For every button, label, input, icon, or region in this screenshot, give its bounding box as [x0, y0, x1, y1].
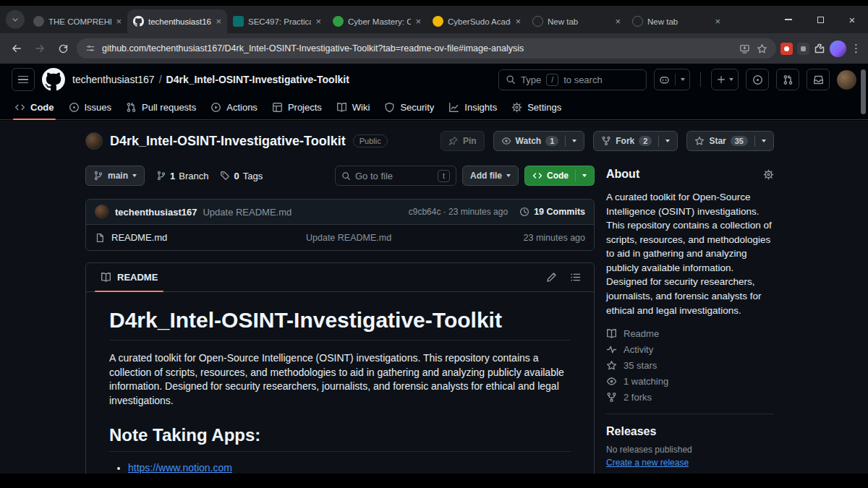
- page-favicon: [333, 16, 344, 27]
- go-to-file-input[interactable]: [355, 171, 433, 181]
- tab-close-icon[interactable]: ×: [315, 17, 321, 26]
- create-new-button[interactable]: [711, 69, 739, 90]
- chevron-down-icon[interactable]: [572, 140, 576, 142]
- github-search-input[interactable]: Type / to search: [498, 69, 647, 90]
- file-row[interactable]: README.md Update README.md 23 minutes ag…: [86, 225, 594, 250]
- repo-title[interactable]: D4rk_Intel-OSINT-Investigative-Toolkit: [110, 134, 346, 149]
- branches-link[interactable]: 1 Branch: [156, 171, 208, 181]
- github-header: techenthusiast167 / D4rk_Intel-OSINT-Inv…: [0, 64, 868, 95]
- readme-intro: A curated toolkit for Open-Source Intell…: [109, 351, 571, 408]
- tab-actions[interactable]: Actions: [203, 95, 265, 119]
- outline-list-icon[interactable]: [570, 272, 581, 283]
- browser-menu-icon[interactable]: ⋮: [851, 42, 861, 55]
- notion-link[interactable]: https://www.notion.com: [128, 462, 232, 474]
- current-branch-label: main: [108, 171, 128, 181]
- browser-tab-5[interactable]: CyberSudo Academy ×: [427, 9, 527, 33]
- install-app-icon[interactable]: [739, 43, 750, 54]
- tab-insights[interactable]: Insights: [441, 95, 504, 119]
- tab-wiki[interactable]: Wiki: [329, 95, 378, 119]
- github-logo-icon[interactable]: [42, 68, 65, 91]
- back-button[interactable]: [7, 39, 26, 58]
- extension-icon-red[interactable]: [780, 43, 793, 55]
- go-to-file-box[interactable]: t: [335, 166, 456, 186]
- window-minimize-button[interactable]: [773, 6, 804, 33]
- fork-label: Fork: [616, 136, 634, 146]
- add-file-button[interactable]: Add file: [462, 166, 519, 186]
- inbox-button[interactable]: [807, 69, 830, 90]
- fork-button[interactable]: Fork 2: [593, 131, 678, 151]
- window-maximize-button[interactable]: [804, 6, 836, 33]
- user-avatar[interactable]: [837, 70, 856, 90]
- tab-close-icon[interactable]: ×: [515, 17, 521, 26]
- tab-close-icon[interactable]: ×: [615, 17, 621, 26]
- tab-issues[interactable]: Issues: [61, 95, 119, 119]
- tab-close-icon[interactable]: ×: [216, 17, 221, 26]
- tab-title: New tab: [647, 17, 710, 26]
- page-scrollbar[interactable]: [861, 69, 866, 114]
- chevron-down-icon[interactable]: [582, 174, 587, 177]
- tags-link[interactable]: 0 Tags: [220, 171, 263, 181]
- window-close-button[interactable]: ×: [836, 6, 868, 33]
- commit-sha-time[interactable]: c9cb64c · 23 minutes ago: [409, 207, 508, 217]
- bookmark-star-icon[interactable]: [757, 43, 767, 54]
- file-name-link[interactable]: README.md: [111, 232, 167, 243]
- file-commit-message[interactable]: Update README.md: [306, 233, 524, 243]
- tab-projects[interactable]: Projects: [265, 95, 329, 119]
- copilot-button[interactable]: [654, 69, 690, 90]
- commit-author[interactable]: techenthusiast167: [115, 207, 197, 218]
- url-text: github.com/techenthusiast167/D4rk_Intel-…: [102, 43, 733, 53]
- pull-requests-header-button[interactable]: [776, 69, 799, 90]
- tab-pull-requests[interactable]: Pull requests: [119, 95, 203, 119]
- forks-meta-link[interactable]: 2 forks: [606, 392, 774, 403]
- branch-word: Branch: [179, 171, 208, 181]
- readme-meta-link[interactable]: Readme: [606, 328, 774, 339]
- browser-tab-3[interactable]: SEC497: Practical Op ×: [227, 9, 327, 33]
- stars-meta-link[interactable]: 35 stars: [606, 360, 774, 371]
- watch-button[interactable]: Watch 1: [493, 131, 585, 151]
- activity-meta-link[interactable]: Activity: [606, 344, 774, 355]
- commit-message[interactable]: Update README.md: [203, 207, 292, 218]
- star-button[interactable]: Star 35: [686, 131, 774, 151]
- tab-close-icon[interactable]: ×: [415, 17, 421, 26]
- commit-history-link[interactable]: 19 Commits: [519, 207, 585, 217]
- extensions-puzzle-icon[interactable]: [814, 43, 825, 54]
- repo-owner-avatar[interactable]: [85, 132, 103, 150]
- tab-code[interactable]: Code: [7, 95, 61, 119]
- chevron-down-icon[interactable]: [762, 140, 766, 142]
- browser-tab-1[interactable]: THE COMPREHENSIV ×: [27, 9, 127, 33]
- hamburger-menu-button[interactable]: [12, 68, 35, 91]
- chevron-down-icon[interactable]: [665, 140, 670, 142]
- readme-tab[interactable]: README: [92, 263, 166, 291]
- browser-tab-2-active[interactable]: techenthusiast167/D ×: [127, 9, 227, 33]
- pencil-edit-icon[interactable]: [546, 272, 557, 283]
- tab-settings[interactable]: Settings: [504, 95, 569, 119]
- tab-search-button[interactable]: [6, 10, 25, 29]
- issues-header-button[interactable]: [746, 69, 769, 90]
- chevron-down-icon[interactable]: [681, 78, 685, 81]
- tab-close-icon[interactable]: ×: [116, 17, 122, 26]
- gear-icon[interactable]: [763, 169, 774, 180]
- breadcrumb-repo[interactable]: D4rk_Intel-OSINT-Investigative-Toolkit: [166, 74, 349, 85]
- arrow-right-icon: [34, 43, 46, 54]
- browser-tab-6[interactable]: New tab ×: [527, 9, 626, 33]
- slash-key-hint: /: [546, 74, 558, 86]
- create-release-link[interactable]: Create a new release: [606, 458, 689, 468]
- git-branch-icon: [156, 171, 166, 181]
- browser-tab-4[interactable]: Cyber Mastery: Com ×: [327, 9, 427, 33]
- site-settings-icon[interactable]: [85, 43, 95, 53]
- code-button[interactable]: Code: [524, 166, 595, 186]
- branch-selector-button[interactable]: main: [85, 166, 145, 186]
- breadcrumb-owner[interactable]: techenthusiast167: [72, 74, 155, 85]
- tab-security[interactable]: Security: [377, 95, 441, 119]
- forward-button[interactable]: [30, 39, 49, 58]
- browser-tab-7[interactable]: New tab ×: [626, 9, 726, 33]
- pin-button[interactable]: Pin: [441, 131, 485, 151]
- commit-author-avatar[interactable]: [95, 205, 109, 219]
- extension-icon-gray[interactable]: [797, 43, 809, 55]
- tab-close-icon[interactable]: ×: [715, 17, 720, 26]
- browser-profile-avatar[interactable]: [830, 40, 846, 57]
- readme-tab-label: README: [117, 272, 158, 283]
- address-bar[interactable]: github.com/techenthusiast167/D4rk_Intel-…: [77, 38, 776, 59]
- reload-button[interactable]: [54, 39, 72, 58]
- watching-meta-link[interactable]: 1 watching: [606, 376, 774, 387]
